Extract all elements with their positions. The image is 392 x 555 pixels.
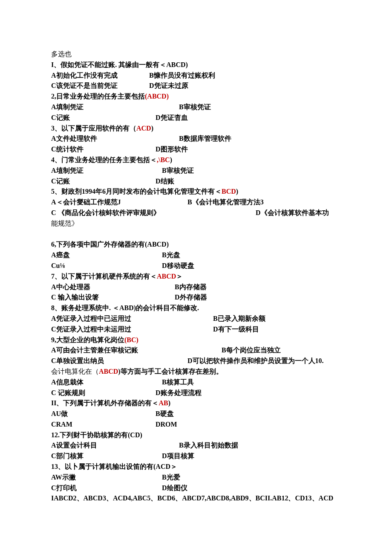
q10-row-ab: A信息栽体 B核算工具 — [51, 377, 341, 388]
q12-opt-c: C部门核算 — [51, 452, 84, 459]
q9-row-ab: A可由会计主管兼任审核记账 B每个岗位应当独立 — [51, 345, 341, 356]
q5-opt-a: A＜会计燮础工作规范J — [51, 198, 121, 206]
answer-key: IABCD2、ABCD3、ACD4,ABC5、BCD6、ABCD7,ABCD8,… — [51, 493, 341, 504]
q8-row-ab: A凭证录入过程中已运用过 B已录入期新余额 — [51, 314, 341, 324]
q7-stem: 7、以下属于计算机硬件系统的有＜ABCD＞ — [51, 271, 341, 282]
document-page: 多选也 I、假如凭证不能过账. 其缘由一般有＜ABCD) A初始化工作没有完成 … — [0, 0, 392, 555]
q4-stem: 4、门常业务处理的任务主要包括＜,\BC) — [51, 155, 341, 166]
q12-opt-b: B录入科目初始数据 — [179, 442, 238, 449]
q1-opt-c: C该凭证不是当前凭证 — [51, 82, 118, 89]
q1-row-cd: C该凭证不是当前凭证 D凭证未过原 — [51, 81, 341, 91]
q10-opt-b: B核算工具 — [162, 378, 194, 386]
q1-opt-b: B慷作员没有过账权利 — [149, 72, 215, 79]
q3-opt-c: C统计软件 — [51, 145, 84, 153]
q2-opt-c: C记账 — [51, 114, 70, 121]
q12-opt-a: A设置会计科目 — [51, 442, 97, 449]
q9-opt-b: B每个岗位应当独立 — [222, 346, 281, 354]
q3-row-cd: C统计软件 D图形软件 — [51, 144, 341, 155]
q3-row-ab: A文件处理软件 B数据库管理软件 — [51, 134, 341, 144]
q7-row-cd: C 输入输出设箸 D外存储器 — [51, 292, 341, 303]
q1-opt-a: A初始化工作没有完成 — [51, 72, 118, 79]
q10-opt-d: D账务处理流程 — [156, 389, 202, 396]
q8-opt-b: B已录入期新余额 — [213, 315, 265, 322]
q10-row-cd: C 记账规则 D账务处理流程 — [51, 388, 341, 398]
q7-opt-d: D外存储器 — [175, 293, 207, 301]
q2-opt-d: D凭证杳血 — [156, 114, 188, 121]
q4-opt-b: B审核凭证 — [162, 167, 194, 174]
q13-opt-d: D绘图仪 — [162, 484, 187, 491]
q3-opt-b: B数据库管理软件 — [179, 135, 231, 142]
q2-stem: 2,日常业务处理的任务主要包括(ABCD) — [51, 91, 341, 102]
q6-stem: 6,下列各项中国广外存储器的有(ABCD) — [51, 239, 341, 250]
q11-opt-d: DROM — [156, 421, 177, 428]
q6-opt-c: Cu⅛ — [51, 262, 65, 269]
q4-opt-d: D结账 — [156, 177, 174, 185]
q8-row-cd: C凭证录入过程中未运用过 D有下一级科目 — [51, 324, 341, 335]
q5-row-cd: C 《商品化会计核蚌软件评审规则》 D《会计核算软件基本功 — [51, 208, 341, 218]
q12-stem: 12.下列财干协助核算的有(CD) — [51, 430, 341, 441]
q10-opt-c: C 记账规则 — [51, 389, 85, 396]
q7-opt-a: A中心处理器 — [51, 283, 90, 291]
q11-row-ab: AU做 B硬盘 — [51, 409, 341, 419]
q5-opt-b: B《会计电算化管理方法3 — [187, 198, 264, 206]
q12-row-ab: A设置会计科目 B录入科目初始数据 — [51, 440, 341, 451]
q12-opt-d: D项目核算 — [162, 452, 194, 459]
q7-opt-c: C 输入输出设箸 — [51, 293, 99, 301]
q11-opt-b: B硬盘 — [156, 410, 174, 417]
q8-stem: 8、账务处理系统中. ＜ABD)的会计科目不能修改. — [51, 303, 341, 314]
q4-opt-c: C记账 — [51, 177, 70, 185]
q10-opt-a: A信息栽体 — [51, 378, 84, 386]
q6-row-ab: A癌盘 B光盘 — [51, 250, 341, 261]
q6-opt-a: A癌盘 — [51, 251, 70, 259]
title: 多选也 — [51, 49, 341, 60]
q11-row-cd: CRAM DROM — [51, 419, 341, 430]
q4-row-cd: C记账 D结账 — [51, 176, 341, 187]
q13-opt-c: C打印机 — [51, 484, 77, 491]
q13-opt-b: B光爱 — [162, 474, 180, 481]
q3-opt-d: D图形软件 — [156, 145, 188, 153]
q3-opt-a: A文件处理软件 — [51, 135, 97, 142]
q8-opt-a: A凭证录入过程中已运用过 — [51, 315, 131, 322]
q5-d-cont: 能规范》 — [51, 218, 341, 229]
q6-opt-d: D移动硬盘 — [162, 262, 194, 269]
q2-row-ab: A填制凭证 B审核凭证 — [51, 102, 341, 113]
q5-opt-c: C 《商品化会计核蚌软件评审规则》 — [51, 209, 160, 216]
q6-opt-b: B光盘 — [162, 251, 180, 259]
q3-stem: 3、以下属于应用软件的有（ACD) — [51, 123, 341, 134]
q10-stem: 会计电算化在（ABCD)等方面与手工会计核算存在差别。 — [51, 366, 341, 377]
q1-stem: I、假如凭证不能过账. 其缘由一般有＜ABCD) — [51, 60, 341, 70]
q11-opt-a: AU做 — [51, 410, 68, 417]
q9-stem: 9,大型企业的电算化岗位(BC) — [51, 335, 341, 346]
q2-row-cd: C记账 D凭证杳血 — [51, 113, 341, 123]
q13-opt-a: AW示撇 — [51, 474, 76, 481]
q4-opt-a: A埴制凭证 — [51, 167, 84, 174]
q5-stem: 5、财政剂1994年6月同时发布的会计电算化管理文件有＜BCD) — [51, 186, 341, 197]
q7-opt-b: B内存储器 — [175, 283, 207, 291]
q8-opt-d: D有下一级科目 — [213, 325, 259, 333]
q2-opt-a: A填制凭证 — [51, 103, 84, 110]
q1-row-ab: A初始化工作没有完成 B慷作员没有过账权利 — [51, 70, 341, 81]
q13-row-cd: C打印机 D绘图仪 — [51, 483, 341, 494]
q5-row-ab: A＜会计燮础工作规范J B《会计电算化管理方法3 — [51, 197, 341, 208]
q1-opt-d: D凭证未过原 — [149, 82, 188, 89]
q11-opt-c: CRAM — [51, 421, 72, 428]
q9-opt-d: D可以把软件操作员和维护员设置为一个人10. — [187, 357, 324, 364]
q8-opt-c: C凭证录入过程中未运用过 — [51, 325, 131, 333]
q13-stem: 13、以卜属于计算机输出设笛的有(ACD＞ — [51, 462, 341, 472]
q6-row-cd: Cu⅛ D移动硬盘 — [51, 261, 341, 271]
q11-stem: II、下列属于计算机外存储器的有＜AB) — [51, 398, 341, 409]
q9-opt-c: C单独设置出纳员 — [51, 357, 104, 364]
q4-row-ab: A埴制凭证 B审核凭证 — [51, 166, 341, 176]
q9-opt-a: A可由会计主管兼任审核记账 — [51, 346, 138, 354]
q5-opt-d: D《会计核算软件基本功 — [256, 209, 329, 216]
q12-row-cd: C部门核算 D项目核算 — [51, 451, 341, 462]
q13-row-ab: AW示撇 B光爱 — [51, 472, 341, 483]
blank — [51, 229, 341, 240]
q9-row-cd: C单独设置出纳员 D可以把软件操作员和维护员设置为一个人10. — [51, 356, 341, 366]
q2-opt-b: B审核凭证 — [179, 103, 211, 110]
q7-row-ab: A中心处理器 B内存储器 — [51, 282, 341, 293]
